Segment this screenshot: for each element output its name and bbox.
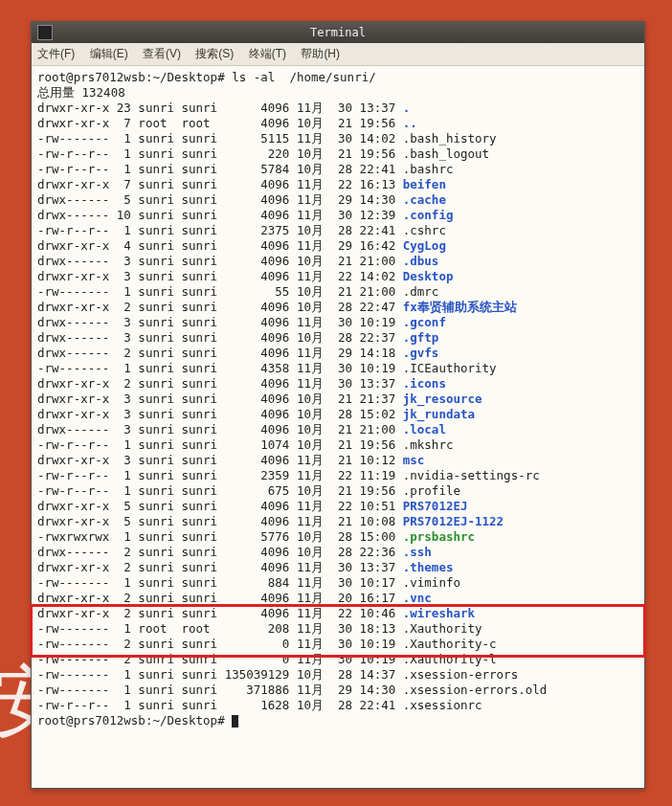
ls-row: -rw-r--r-- 1 sunri sunri 5784 10月 28 22:… — [37, 162, 638, 177]
ls-row: -rw------- 1 sunri sunri 135039129 10月 2… — [37, 667, 638, 683]
ls-row: -rw------- 2 sunri sunri 0 11月 30 10:19 … — [37, 652, 638, 667]
ls-row: -rw-r--r-- 1 sunri sunri 1074 10月 21 19:… — [37, 437, 638, 453]
ls-row: -rw-r--r-- 1 sunri sunri 220 10月 21 19:5… — [37, 146, 638, 162]
ls-row: drwx------ 2 sunri sunri 4096 11月 29 14:… — [37, 346, 638, 361]
ls-row: -rwxrwxrwx 1 sunri sunri 5776 10月 28 15:… — [37, 529, 638, 545]
ls-row: drwx------ 3 sunri sunri 4096 10月 21 21:… — [37, 254, 638, 269]
ls-row: -rw------- 1 sunri sunri 5115 11月 30 14:… — [37, 131, 638, 146]
window-title: Terminal — [310, 26, 366, 39]
ls-row: -rw------- 2 sunri sunri 0 11月 30 10:19 … — [37, 637, 638, 652]
menu-file[interactable]: 文件(F) — [37, 47, 75, 60]
ls-row: drwx------ 3 sunri sunri 4096 11月 30 10:… — [37, 315, 638, 330]
terminal-output[interactable]: root@prs7012wsb:~/Desktop# ls -al /home/… — [32, 66, 644, 788]
ls-row: drwx------ 3 sunri sunri 4096 10月 28 22:… — [37, 330, 638, 346]
menu-terminal[interactable]: 终端(T) — [249, 47, 286, 60]
ls-row: drwxr-xr-x 2 sunri sunri 4096 11月 30 13:… — [37, 376, 638, 392]
ls-row: drwxr-xr-x 7 root root 4096 10月 21 19:56… — [37, 116, 638, 131]
totals-line: 总用量 132408 — [37, 85, 638, 101]
ls-row: -rw-r--r-- 1 sunri sunri 675 10月 21 19:5… — [37, 483, 638, 499]
ls-row: drwxr-xr-x 5 sunri sunri 4096 11月 21 10:… — [37, 514, 638, 529]
menu-view[interactable]: 查看(V) — [143, 47, 181, 60]
menu-search[interactable]: 搜索(S) — [195, 47, 234, 60]
ls-row: -rw------- 1 root root 208 11月 30 18:13 … — [37, 621, 638, 637]
ls-row: drwx------ 5 sunri sunri 4096 11月 29 14:… — [37, 192, 638, 208]
ls-row: drwxr-xr-x 3 sunri sunri 4096 10月 21 21:… — [37, 392, 638, 407]
ls-row: -rw------- 1 sunri sunri 884 11月 30 10:1… — [37, 575, 638, 591]
ls-row: drwxr-xr-x 3 sunri sunri 4096 10月 28 15:… — [37, 407, 638, 422]
ls-row: drwxr-xr-x 2 sunri sunri 4096 11月 20 16:… — [37, 591, 638, 606]
ls-row: drwxr-xr-x 5 sunri sunri 4096 11月 22 10:… — [37, 499, 638, 514]
ls-row: -rw-r--r-- 1 sunri sunri 2375 10月 28 22:… — [37, 223, 638, 238]
ls-row: drwxr-xr-x 4 sunri sunri 4096 11月 29 16:… — [37, 238, 638, 254]
ls-row: drwxr-xr-x 23 sunri sunri 4096 11月 30 13… — [37, 101, 638, 116]
ls-row: drwxr-xr-x 2 sunri sunri 4096 11月 30 13:… — [37, 560, 638, 575]
ls-row: -rw-r--r-- 1 sunri sunri 2359 11月 22 11:… — [37, 468, 638, 483]
ls-row: drwxr-xr-x 2 sunri sunri 4096 11月 22 10:… — [37, 606, 638, 621]
ls-row: drwxr-xr-x 3 sunri sunri 4096 11月 22 14:… — [37, 269, 638, 284]
ls-row: -rw------- 1 sunri sunri 371886 11月 29 1… — [37, 683, 638, 698]
prompt-line: root@prs7012wsb:~/Desktop# ls -al /home/… — [37, 70, 638, 85]
ls-row: drwx------ 3 sunri sunri 4096 10月 21 21:… — [37, 422, 638, 437]
ls-row: -rw------- 1 sunri sunri 55 10月 21 21:00… — [37, 284, 638, 300]
window-app-icon — [37, 25, 53, 40]
menubar: 文件(F) 编辑(E) 查看(V) 搜索(S) 终端(T) 帮助(H) — [32, 43, 644, 66]
ls-row: -rw------- 1 sunri sunri 4358 11月 30 10:… — [37, 361, 638, 376]
ls-row: drwx------ 10 sunri sunri 4096 11月 30 12… — [37, 208, 638, 223]
ls-row: -rw-r--r-- 1 sunri sunri 1628 10月 28 22:… — [37, 698, 638, 713]
menu-edit[interactable]: 编辑(E) — [90, 47, 128, 60]
prompt-line-2[interactable]: root@prs7012wsb:~/Desktop# — [37, 713, 638, 728]
ls-row: drwxr-xr-x 3 sunri sunri 4096 11月 21 10:… — [37, 453, 638, 468]
cursor — [232, 715, 238, 728]
terminal-window: Terminal 文件(F) 编辑(E) 查看(V) 搜索(S) 终端(T) 帮… — [31, 21, 645, 789]
ls-row: drwx------ 2 sunri sunri 4096 10月 28 22:… — [37, 545, 638, 560]
ls-row: drwxr-xr-x 7 sunri sunri 4096 11月 22 16:… — [37, 177, 638, 192]
menu-help[interactable]: 帮助(H) — [301, 47, 340, 60]
ls-row: drwxr-xr-x 2 sunri sunri 4096 10月 28 22:… — [37, 300, 638, 315]
window-titlebar[interactable]: Terminal — [32, 22, 644, 43]
